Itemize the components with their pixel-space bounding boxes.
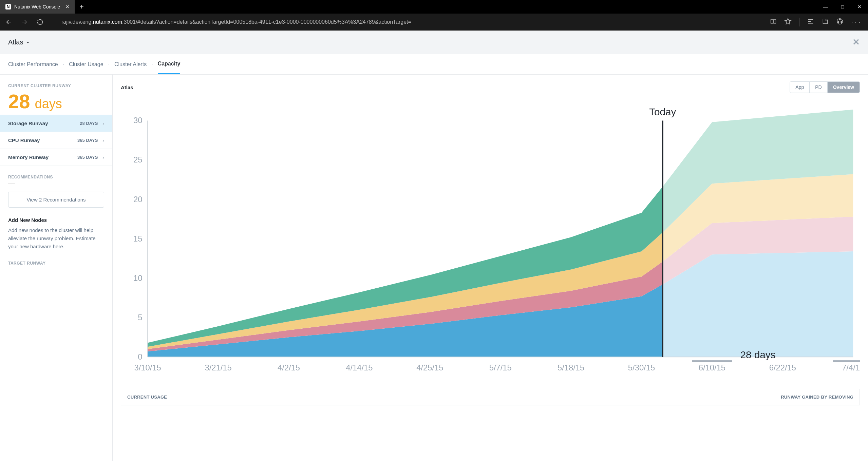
tab-cluster-usage[interactable]: Cluster Usage xyxy=(69,55,103,74)
chevron-down-icon xyxy=(26,38,30,46)
share-icon[interactable] xyxy=(836,18,844,27)
chevron-right-icon: › xyxy=(102,138,104,143)
close-tab-icon[interactable]: × xyxy=(65,3,69,11)
hub-icon[interactable] xyxy=(807,18,814,27)
close-panel-icon[interactable]: ✕ xyxy=(852,37,860,47)
new-tab-button[interactable]: + xyxy=(75,2,89,11)
main-panel: Atlas AppPDOverview 0510152025303/10/153… xyxy=(113,75,868,461)
svg-text:5/7/15: 5/7/15 xyxy=(489,363,512,372)
runway-days: 365 DAYS xyxy=(77,138,98,143)
forward-button[interactable] xyxy=(20,18,29,26)
svg-text:4/14/15: 4/14/15 xyxy=(346,363,373,372)
view-overview[interactable]: Overview xyxy=(827,82,860,93)
svg-text:3/10/15: 3/10/15 xyxy=(134,363,161,372)
browser-tab[interactable]: N Nutanix Web Console × xyxy=(0,0,75,14)
table-col-runway-gained: RUNWAY GAINED BY REMOVING xyxy=(761,389,860,405)
svg-text:5/18/15: 5/18/15 xyxy=(558,363,584,372)
svg-text:30: 30 xyxy=(133,116,142,125)
url-domain: nutanix.com xyxy=(93,19,122,25)
svg-text:4/25/15: 4/25/15 xyxy=(416,363,443,372)
svg-text:15: 15 xyxy=(133,234,142,243)
svg-text:5/30/15: 5/30/15 xyxy=(628,363,655,372)
favicon-icon: N xyxy=(5,4,11,9)
svg-text:6/10/15: 6/10/15 xyxy=(699,363,725,372)
runway-days: 365 DAYS xyxy=(77,155,98,160)
refresh-button[interactable] xyxy=(35,19,45,25)
minimize-button[interactable]: — xyxy=(817,0,834,14)
divider xyxy=(8,183,15,184)
maximize-button[interactable]: □ xyxy=(834,0,851,14)
tab-separator: · xyxy=(151,61,153,68)
sidebar: CURRENT CLUSTER RUNWAY 28 days Storage R… xyxy=(0,75,113,461)
svg-text:6/22/15: 6/22/15 xyxy=(769,363,796,372)
tab-title: Nutanix Web Console xyxy=(14,4,60,9)
section-title-reco: RECOMMENDATIONS xyxy=(8,175,104,179)
svg-point-2 xyxy=(838,21,839,23)
view-pd[interactable]: PD xyxy=(809,82,827,93)
cluster-dropdown[interactable]: Atlas xyxy=(8,38,30,46)
url-path: :3001/#details?action=details&actionTarg… xyxy=(122,19,411,25)
svg-text:Today: Today xyxy=(649,106,676,117)
tab-cluster-performance[interactable]: Cluster Performance xyxy=(8,55,58,74)
note-icon[interactable] xyxy=(822,18,829,26)
svg-text:3/21/15: 3/21/15 xyxy=(205,363,231,372)
view-app[interactable]: App xyxy=(790,82,809,93)
favorite-icon[interactable] xyxy=(784,18,792,27)
more-icon[interactable]: · · · xyxy=(851,18,861,26)
reading-view-icon[interactable] xyxy=(770,18,777,26)
runway-unit: days xyxy=(35,97,62,111)
main-title: Atlas xyxy=(121,84,133,90)
close-window-button[interactable]: ✕ xyxy=(851,0,868,14)
address-bar[interactable]: rajiv.dev.eng.nutanix.com:3001/#details?… xyxy=(57,19,764,25)
usage-table-header: CURRENT USAGE RUNWAY GAINED BY REMOVING xyxy=(121,389,860,405)
runway-item-cpu-runway[interactable]: CPU Runway365 DAYS› xyxy=(0,132,112,149)
svg-point-1 xyxy=(839,19,841,20)
add-nodes-text: Add new nodes to the cluster will help a… xyxy=(8,226,104,251)
runway-big-number: 28 days xyxy=(0,92,112,115)
tab-separator: · xyxy=(63,61,64,68)
runway-item-memory-runway[interactable]: Memory Runway365 DAYS› xyxy=(0,149,112,166)
view-toggle: AppPDOverview xyxy=(790,81,860,93)
svg-text:25: 25 xyxy=(133,155,142,164)
view-recommendations-button[interactable]: View 2 Recommendations xyxy=(8,192,104,208)
svg-text:4/2/15: 4/2/15 xyxy=(278,363,300,372)
url-prefix: rajiv.dev.eng. xyxy=(61,19,93,25)
nav-separator-2 xyxy=(799,18,799,26)
runway-label: CPU Runway xyxy=(8,137,40,143)
runway-label: Memory Runway xyxy=(8,154,49,160)
cluster-tabs: Cluster Performance·Cluster Usage·Cluste… xyxy=(0,54,868,75)
svg-text:0: 0 xyxy=(138,352,142,361)
tab-capacity[interactable]: Capacity xyxy=(158,55,181,74)
runway-label: Storage Runway xyxy=(8,120,48,126)
chevron-right-icon: › xyxy=(102,155,104,160)
svg-text:5: 5 xyxy=(138,313,142,322)
capacity-chart: 0510152025303/10/153/21/154/2/154/14/154… xyxy=(121,100,860,383)
svg-text:7/4/15: 7/4/15 xyxy=(842,363,860,372)
back-button[interactable] xyxy=(4,18,14,26)
tab-separator: · xyxy=(108,61,110,68)
runway-number: 28 xyxy=(8,92,30,111)
nav-separator xyxy=(51,18,51,26)
runway-item-storage-runway[interactable]: Storage Runway28 DAYS› xyxy=(0,115,112,132)
svg-text:10: 10 xyxy=(133,273,142,283)
cluster-name-label: Atlas xyxy=(8,38,23,46)
tab-cluster-alerts[interactable]: Cluster Alerts xyxy=(114,55,147,74)
section-title-target: TARGET RUNWAY xyxy=(8,261,104,266)
svg-text:28 days: 28 days xyxy=(740,349,776,360)
chevron-right-icon: › xyxy=(102,121,104,126)
svg-point-3 xyxy=(841,21,842,23)
svg-text:20: 20 xyxy=(133,195,142,204)
runway-days: 28 DAYS xyxy=(80,121,98,126)
add-nodes-title: Add New Nodes xyxy=(8,217,104,223)
table-col-current-usage: CURRENT USAGE xyxy=(121,389,761,405)
